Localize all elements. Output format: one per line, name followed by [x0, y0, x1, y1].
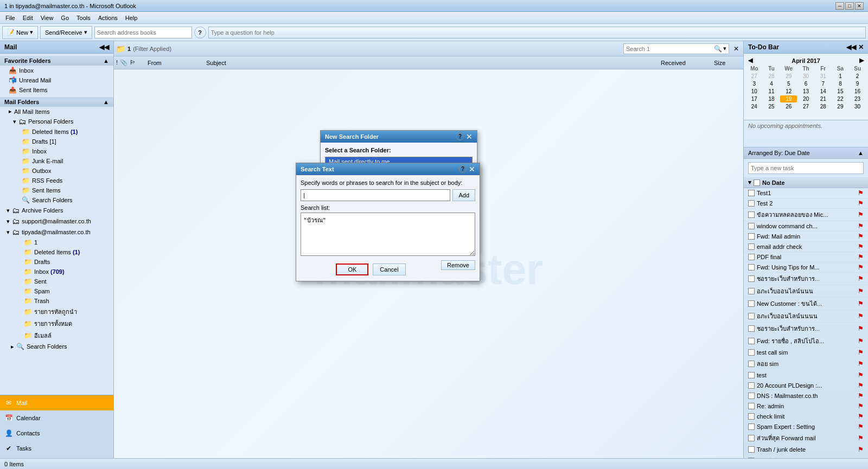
task-flag-icon[interactable]: ⚑ [858, 233, 864, 240]
todo-close-icon[interactable]: ✕ [858, 43, 864, 51]
task-flag-icon[interactable]: ⚑ [858, 211, 864, 219]
cal-day[interactable]: 20 [797, 95, 814, 102]
sidebar-sent[interactable]: 📁 Sent Items [13, 185, 113, 195]
task-flag-icon[interactable]: ⚑ [858, 371, 864, 379]
checkbox-no-date[interactable] [754, 179, 760, 186]
menu-help[interactable]: Help [122, 14, 141, 22]
task-flag-icon[interactable]: ⚑ [858, 325, 864, 332]
task-flag-icon[interactable]: ⚑ [858, 275, 864, 282]
menu-view[interactable]: View [37, 14, 57, 22]
cal-day[interactable]: 12 [780, 88, 797, 95]
cal-day[interactable]: 5 [780, 80, 797, 87]
task-checkbox[interactable] [748, 200, 755, 207]
sidebar-all-mail[interactable]: ▸ All Mail Items [0, 107, 113, 116]
sidebar-support-account[interactable]: ▾ 🗂 support@mailmaster.co.th [0, 216, 113, 227]
menu-edit[interactable]: Edit [20, 14, 36, 22]
cal-day[interactable]: 30 [849, 103, 866, 110]
task-item[interactable]: PDF final ⚑ [744, 252, 868, 262]
arranged-sort-icon[interactable]: ▲ [858, 150, 864, 156]
cal-day[interactable]: 14 [815, 88, 832, 95]
search-text-input[interactable] [301, 189, 450, 201]
task-checkbox[interactable] [748, 254, 755, 260]
menu-actions[interactable]: Actions [95, 14, 121, 22]
cal-day[interactable]: 21 [815, 95, 832, 102]
task-item[interactable]: Test1 ⚑ [744, 188, 868, 198]
task-item[interactable]: ชอรายะเว็บสำหรับการ... ⚑ [744, 323, 868, 335]
sidebar-drafts-tipyada[interactable]: 📁 Drafts [15, 257, 113, 267]
task-checkbox[interactable] [748, 372, 755, 378]
task-item[interactable]: email addr check ⚑ [744, 242, 868, 252]
task-checkbox[interactable] [748, 423, 755, 430]
sidebar-inbox-tipyada[interactable]: 📁 Inbox (709) [15, 267, 113, 277]
nav-tab-tasks[interactable]: ✔ Tasks [0, 441, 113, 456]
task-checkbox[interactable] [748, 313, 755, 319]
task-checkbox[interactable] [748, 211, 755, 218]
close-button[interactable]: ✕ [855, 2, 864, 10]
cal-day[interactable]: 27 [797, 103, 814, 110]
task-item[interactable]: Spam Expert : Setting ⚑ [744, 422, 868, 432]
task-flag-icon[interactable]: ⚑ [858, 264, 864, 271]
sidebar-junk[interactable]: 📁 Junk E-mail [13, 156, 113, 166]
todo-collapse-icon[interactable]: ◀◀ [846, 43, 856, 51]
menu-tools[interactable]: Tools [73, 14, 94, 22]
sidebar-item-sent-fav[interactable]: 📤 Sent Items [0, 85, 113, 95]
sidebar-sent-tipyada[interactable]: 📁 Sent [15, 277, 113, 286]
cal-day[interactable]: 8 [832, 80, 849, 87]
cal-day[interactable]: 17 [746, 95, 763, 102]
task-item[interactable]: 20 Account PLDesign :... ⚑ [744, 381, 868, 391]
question-input[interactable] [211, 29, 863, 36]
task-flag-icon[interactable]: ⚑ [858, 222, 864, 230]
task-flag-icon[interactable]: ⚑ [858, 360, 864, 368]
search-text-help-icon[interactable]: ? [459, 165, 467, 173]
task-flag-icon[interactable]: ⚑ [858, 446, 864, 453]
task-checkbox[interactable] [748, 233, 755, 240]
cal-day[interactable]: 18 [763, 95, 780, 102]
task-flag-icon[interactable]: ⚑ [858, 337, 864, 345]
task-item[interactable]: test ⚑ [744, 370, 868, 381]
sidebar-archive-folders[interactable]: ▾ 🗂 Archive Folders [0, 205, 113, 216]
favorite-folders-header[interactable]: Favorite Folders ▲ [0, 56, 113, 66]
sidebar-item-inbox-fav[interactable]: 📥 Inbox [0, 66, 113, 75]
sidebar-email-folder[interactable]: 📁 อีเมลล์ [15, 330, 113, 342]
cal-day[interactable]: 27 [746, 73, 763, 80]
task-flag-icon[interactable]: ⚑ [858, 413, 864, 420]
search-text-cancel-button[interactable]: Cancel [373, 264, 405, 275]
cal-day[interactable]: 11 [763, 88, 780, 95]
col-size[interactable]: Size [714, 60, 741, 66]
cal-prev-icon[interactable]: ◀ [748, 57, 752, 64]
content-search-input[interactable] [626, 46, 713, 52]
cal-day[interactable]: 10 [746, 88, 763, 95]
menu-go[interactable]: Go [58, 14, 72, 22]
nav-tab-calendar[interactable]: 📅 Calendar [0, 410, 113, 426]
cal-day[interactable]: 28 [815, 103, 832, 110]
menu-file[interactable]: File [2, 14, 18, 22]
new-button[interactable]: 📝 New ▾ [2, 26, 38, 39]
task-item[interactable]: Fwd: รายชื่อ , สลิปโปไอ... ⚑ [744, 335, 868, 348]
task-checkbox[interactable] [748, 403, 755, 409]
content-search-dropdown[interactable]: ▾ [723, 45, 726, 52]
search-address-input[interactable] [94, 27, 192, 38]
cal-day[interactable]: 29 [780, 73, 797, 80]
task-checkbox[interactable] [748, 413, 755, 420]
task-flag-icon[interactable]: ⚑ [858, 382, 864, 389]
cal-day[interactable]: 23 [849, 95, 866, 102]
task-checkbox[interactable] [748, 446, 755, 453]
sidebar-inbox[interactable]: 📁 Inbox [13, 146, 113, 156]
task-checkbox[interactable] [748, 190, 755, 196]
task-flag-icon[interactable]: ⚑ [858, 349, 864, 356]
task-flag-icon[interactable]: ⚑ [858, 300, 864, 307]
cal-day[interactable]: 24 [746, 103, 763, 110]
sidebar-item-unread[interactable]: 📬 Unread Mail [0, 75, 113, 85]
sidebar-thai2[interactable]: 📁 รายการทั้งหมด [15, 318, 113, 330]
task-flag-icon[interactable]: ⚑ [858, 287, 864, 295]
task-checkbox[interactable] [748, 275, 755, 282]
task-checkbox[interactable] [748, 338, 755, 344]
search-text-ok-button[interactable]: OK [336, 264, 368, 275]
task-checkbox[interactable] [748, 349, 755, 356]
sidebar-outbox[interactable]: 📁 Outbox [13, 166, 113, 176]
cal-day[interactable]: 1 [832, 73, 849, 80]
cal-day[interactable]: 30 [797, 73, 814, 80]
task-item[interactable]: ส่วนที่สุด Forward mail ⚑ [744, 432, 868, 445]
sidebar-deleted-tipyada[interactable]: 📁 Deleted Items (1) [15, 247, 113, 257]
minimize-button[interactable]: ─ [835, 2, 844, 10]
